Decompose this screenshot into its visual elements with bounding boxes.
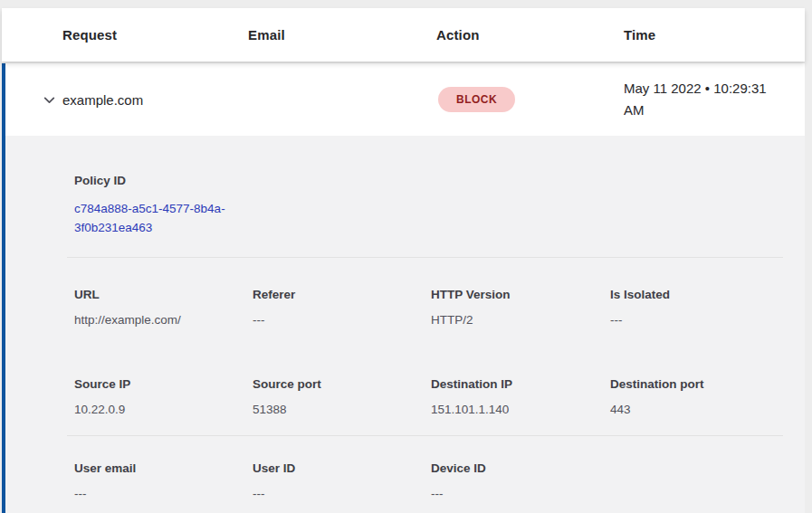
field-is-isolated: Is Isolated --- [605,288,783,327]
table-row[interactable]: example.com BLOCK May 11 2022 • 10:29:31… [2,63,805,136]
detail-row-user: User email --- User ID --- Device ID --- [69,461,783,500]
column-header-email: Email [248,27,436,43]
chevron-down-icon [42,92,57,108]
field-user-id: User ID --- [247,461,425,500]
field-http-version: HTTP Version HTTP/2 [425,288,605,327]
log-table: Request Email Action Time example.com BL… [2,8,805,513]
row-detail-panel: Policy ID c784a888-a5c1-4577-8b4a-3f0b23… [2,136,805,513]
status-badge-block: BLOCK [438,87,515,112]
field-source-ip: Source IP 10.22.0.9 [69,377,247,416]
detail-row-network: Source IP 10.22.0.9 Source port 51388 De… [69,377,783,416]
policy-id-link[interactable]: c784a888-a5c1-4577-8b4a-3f0b231ea463 [74,199,255,237]
row-time-value: May 11 2022 • 10:29:31 AM [624,78,805,121]
field-destination-port: Destination port 443 [605,377,783,416]
divider [67,257,783,258]
column-header-action: Action [436,27,624,43]
field-device-id: Device ID --- [425,461,605,500]
policy-id-label: Policy ID [69,174,783,187]
field-referer: Referer --- [247,288,425,327]
field-source-port: Source port 51388 [247,377,425,416]
row-request-value: example.com [62,92,248,108]
row-expand-toggle[interactable] [5,92,62,108]
divider [67,435,783,436]
field-url: URL http://example.com/ [69,288,247,327]
column-header-time: Time [624,27,805,43]
policy-section: Policy ID c784a888-a5c1-4577-8b4a-3f0b23… [69,174,783,237]
field-destination-ip: Destination IP 151.101.1.140 [425,377,605,416]
table-header: Request Email Action Time [2,8,805,62]
detail-row-http: URL http://example.com/ Referer --- HTTP… [69,288,783,327]
field-user-email: User email --- [69,461,247,500]
column-header-request: Request [62,27,248,43]
row-action-cell: BLOCK [436,87,624,112]
